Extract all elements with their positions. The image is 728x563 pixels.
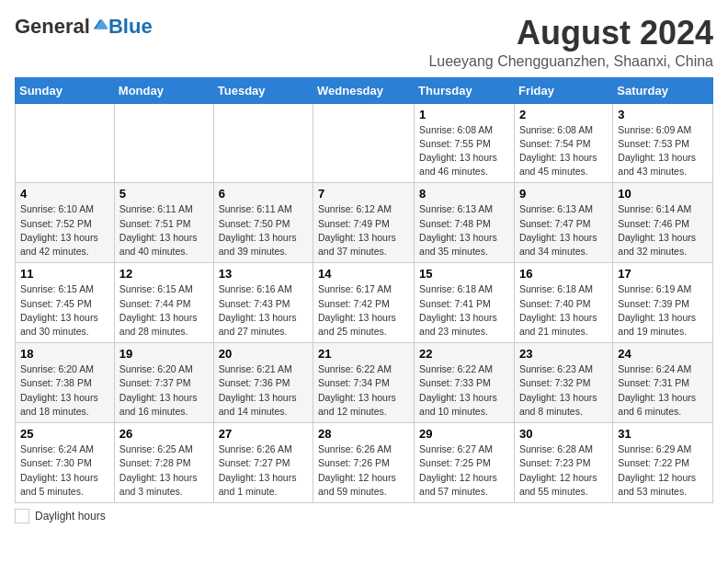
calendar-cell: 7Sunrise: 6:12 AMSunset: 7:49 PMDaylight… (313, 183, 415, 263)
day-info: Sunrise: 6:28 AMSunset: 7:23 PMDaylight:… (519, 442, 608, 499)
calendar-cell: 3Sunrise: 6:09 AMSunset: 7:53 PMDaylight… (613, 103, 713, 183)
day-info: Sunrise: 6:20 AMSunset: 7:38 PMDaylight:… (20, 362, 109, 419)
calendar-cell (114, 103, 213, 183)
day-number: 7 (318, 187, 409, 201)
day-number: 2 (519, 108, 608, 121)
day-number: 11 (20, 267, 109, 281)
day-info: Sunrise: 6:18 AMSunset: 7:40 PMDaylight:… (519, 282, 608, 339)
logo-blue-text: Blue (108, 15, 153, 39)
day-number: 25 (20, 427, 109, 441)
day-number: 29 (419, 427, 509, 441)
day-info: Sunrise: 6:13 AMSunset: 7:48 PMDaylight:… (419, 202, 509, 259)
calendar-cell: 14Sunrise: 6:17 AMSunset: 7:42 PMDayligh… (313, 263, 415, 343)
subtitle: Lueeyang Chengguanzhen, Shaanxi, China (428, 53, 713, 70)
day-info: Sunrise: 6:23 AMSunset: 7:32 PMDaylight:… (519, 362, 608, 419)
calendar-cell: 28Sunrise: 6:26 AMSunset: 7:26 PMDayligh… (313, 423, 415, 503)
calendar-week-row: 4Sunrise: 6:10 AMSunset: 7:52 PMDaylight… (16, 183, 713, 263)
calendar-header-thursday: Thursday (415, 77, 515, 103)
calendar-cell: 17Sunrise: 6:19 AMSunset: 7:39 PMDayligh… (613, 263, 713, 343)
header: General Blue August 2024 Lueeyang Chengg… (15, 15, 713, 70)
day-info: Sunrise: 6:13 AMSunset: 7:47 PMDaylight:… (519, 202, 608, 259)
calendar-cell: 8Sunrise: 6:13 AMSunset: 7:48 PMDaylight… (415, 183, 515, 263)
day-info: Sunrise: 6:19 AMSunset: 7:39 PMDaylight:… (618, 282, 708, 339)
day-number: 16 (519, 267, 608, 281)
day-info: Sunrise: 6:21 AMSunset: 7:36 PMDaylight:… (219, 362, 308, 419)
calendar-cell: 20Sunrise: 6:21 AMSunset: 7:36 PMDayligh… (213, 343, 313, 423)
calendar-cell: 18Sunrise: 6:20 AMSunset: 7:38 PMDayligh… (16, 343, 115, 423)
day-info: Sunrise: 6:24 AMSunset: 7:31 PMDaylight:… (618, 362, 708, 419)
calendar-cell: 13Sunrise: 6:16 AMSunset: 7:43 PMDayligh… (213, 263, 313, 343)
day-number: 22 (419, 347, 509, 361)
day-number: 17 (618, 267, 708, 281)
day-number: 21 (318, 347, 409, 361)
daylight-label: Daylight hours (35, 510, 106, 523)
day-info: Sunrise: 6:15 AMSunset: 7:44 PMDaylight:… (119, 282, 209, 339)
title-area: August 2024 Lueeyang Chengguanzhen, Shaa… (428, 15, 713, 70)
day-number: 18 (20, 347, 109, 361)
calendar-week-row: 1Sunrise: 6:08 AMSunset: 7:55 PMDaylight… (16, 103, 713, 183)
day-info: Sunrise: 6:26 AMSunset: 7:27 PMDaylight:… (219, 442, 308, 499)
day-info: Sunrise: 6:22 AMSunset: 7:33 PMDaylight:… (419, 362, 509, 419)
day-info: Sunrise: 6:25 AMSunset: 7:28 PMDaylight:… (119, 442, 209, 499)
day-info: Sunrise: 6:11 AMSunset: 7:51 PMDaylight:… (119, 202, 209, 259)
calendar-cell (16, 103, 115, 183)
calendar-header-sunday: Sunday (16, 77, 115, 103)
day-info: Sunrise: 6:20 AMSunset: 7:37 PMDaylight:… (119, 362, 209, 419)
day-info: Sunrise: 6:18 AMSunset: 7:41 PMDaylight:… (419, 282, 509, 339)
day-info: Sunrise: 6:22 AMSunset: 7:34 PMDaylight:… (318, 362, 409, 419)
calendar-cell: 30Sunrise: 6:28 AMSunset: 7:23 PMDayligh… (514, 423, 612, 503)
day-info: Sunrise: 6:16 AMSunset: 7:43 PMDaylight:… (219, 282, 308, 339)
day-info: Sunrise: 6:17 AMSunset: 7:42 PMDaylight:… (318, 282, 409, 339)
calendar-cell: 23Sunrise: 6:23 AMSunset: 7:32 PMDayligh… (514, 343, 612, 423)
day-info: Sunrise: 6:26 AMSunset: 7:26 PMDaylight:… (318, 442, 409, 499)
calendar-header-tuesday: Tuesday (213, 77, 313, 103)
calendar-cell: 19Sunrise: 6:20 AMSunset: 7:37 PMDayligh… (114, 343, 213, 423)
day-number: 4 (20, 187, 109, 201)
calendar-week-row: 25Sunrise: 6:24 AMSunset: 7:30 PMDayligh… (16, 423, 713, 503)
day-number: 31 (618, 427, 708, 441)
day-number: 12 (119, 267, 209, 281)
calendar-cell: 9Sunrise: 6:13 AMSunset: 7:47 PMDaylight… (514, 183, 612, 263)
logo-general-text: General (15, 15, 90, 39)
day-number: 24 (618, 347, 708, 361)
day-info: Sunrise: 6:24 AMSunset: 7:30 PMDaylight:… (20, 442, 109, 499)
logo-icon (92, 17, 108, 34)
day-number: 13 (219, 267, 308, 281)
calendar-cell: 5Sunrise: 6:11 AMSunset: 7:51 PMDaylight… (114, 183, 213, 263)
day-info: Sunrise: 6:09 AMSunset: 7:53 PMDaylight:… (618, 123, 708, 179)
calendar-cell: 26Sunrise: 6:25 AMSunset: 7:28 PMDayligh… (114, 423, 213, 503)
day-number: 30 (519, 427, 608, 441)
calendar-cell (313, 103, 415, 183)
calendar-cell: 11Sunrise: 6:15 AMSunset: 7:45 PMDayligh… (16, 263, 115, 343)
day-number: 8 (419, 187, 509, 201)
calendar-cell (213, 103, 313, 183)
day-number: 6 (219, 187, 308, 201)
calendar-cell: 25Sunrise: 6:24 AMSunset: 7:30 PMDayligh… (16, 423, 115, 503)
day-number: 14 (318, 267, 409, 281)
calendar-header-wednesday: Wednesday (313, 77, 415, 103)
main-title: August 2024 (428, 15, 713, 52)
day-number: 20 (219, 347, 308, 361)
day-info: Sunrise: 6:11 AMSunset: 7:50 PMDaylight:… (219, 202, 308, 259)
footer-box (15, 509, 29, 523)
day-number: 5 (119, 187, 209, 201)
day-info: Sunrise: 6:15 AMSunset: 7:45 PMDaylight:… (20, 282, 109, 339)
day-info: Sunrise: 6:08 AMSunset: 7:55 PMDaylight:… (419, 123, 509, 179)
calendar-cell: 29Sunrise: 6:27 AMSunset: 7:25 PMDayligh… (415, 423, 515, 503)
day-info: Sunrise: 6:12 AMSunset: 7:49 PMDaylight:… (318, 202, 409, 259)
day-info: Sunrise: 6:29 AMSunset: 7:22 PMDaylight:… (618, 442, 708, 499)
logo: General Blue (15, 15, 153, 39)
calendar-header-saturday: Saturday (613, 77, 713, 103)
calendar-header-friday: Friday (514, 77, 612, 103)
day-number: 15 (419, 267, 509, 281)
day-info: Sunrise: 6:08 AMSunset: 7:54 PMDaylight:… (519, 123, 608, 179)
calendar-cell: 31Sunrise: 6:29 AMSunset: 7:22 PMDayligh… (613, 423, 713, 503)
calendar-table: SundayMondayTuesdayWednesdayThursdayFrid… (15, 77, 713, 503)
calendar-cell: 10Sunrise: 6:14 AMSunset: 7:46 PMDayligh… (613, 183, 713, 263)
day-info: Sunrise: 6:14 AMSunset: 7:46 PMDaylight:… (618, 202, 708, 259)
calendar-cell: 6Sunrise: 6:11 AMSunset: 7:50 PMDaylight… (213, 183, 313, 263)
calendar-cell: 12Sunrise: 6:15 AMSunset: 7:44 PMDayligh… (114, 263, 213, 343)
calendar-cell: 27Sunrise: 6:26 AMSunset: 7:27 PMDayligh… (213, 423, 313, 503)
day-number: 10 (618, 187, 708, 201)
calendar-cell: 2Sunrise: 6:08 AMSunset: 7:54 PMDaylight… (514, 103, 612, 183)
